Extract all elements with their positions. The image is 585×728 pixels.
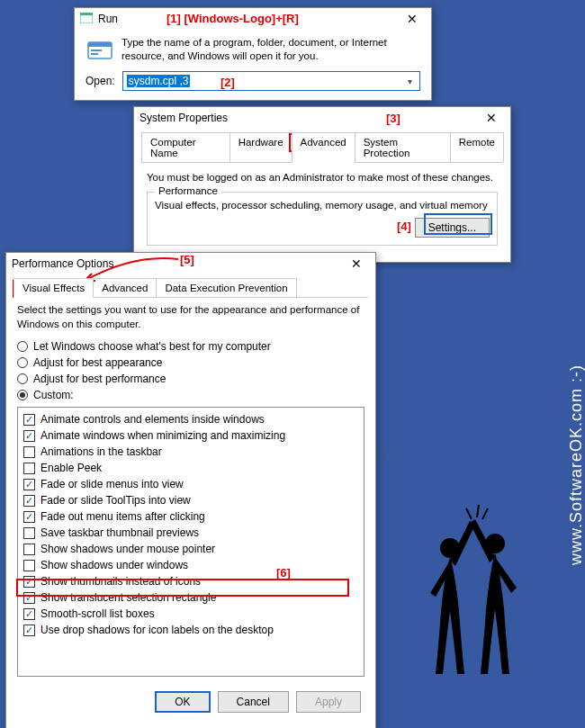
ok-button[interactable]: OK (155, 691, 210, 713)
check-option[interactable]: Smooth-scroll list boxes (22, 606, 360, 622)
checkbox-icon (23, 495, 35, 507)
radio-option[interactable]: Custom: (14, 387, 368, 403)
radio-label: Custom: (33, 389, 74, 401)
check-option[interactable]: Enable Peek (22, 460, 360, 476)
check-label: Show shadows under mouse pointer (40, 543, 215, 555)
run-dialog: Run ✕ Type the name of a program, folder… (74, 7, 432, 101)
sysprops-tab-system-protection[interactable]: System Protection (355, 132, 451, 162)
check-option[interactable]: Show shadows under windows (22, 557, 360, 573)
checkbox-icon (23, 463, 35, 474)
radio-option[interactable]: Adjust for best performance (14, 371, 368, 387)
performance-groupbox: Performance Visual effects, processor sc… (147, 192, 498, 246)
check-label: Show shadows under windows (40, 559, 188, 571)
close-icon[interactable]: ✕ (478, 111, 505, 125)
performance-group-desc: Visual effects, processor scheduling, me… (155, 200, 490, 211)
check-label: Use drop shadows for icon labels on the … (40, 624, 274, 636)
run-title: Run (98, 13, 399, 25)
radio-label: Adjust for best performance (33, 373, 166, 385)
run-input-value: sysdm.cpl ,3 (127, 75, 191, 87)
check-option[interactable]: Animate controls and elements inside win… (22, 411, 360, 427)
check-label: Animations in the taskbar (40, 445, 162, 458)
watermark-side: www.SoftwareOK.com :-) (567, 364, 586, 565)
close-icon[interactable]: ✕ (399, 12, 426, 26)
checkbox-icon (23, 511, 35, 523)
run-open-label: Open: (86, 75, 115, 87)
checkbox-icon (23, 527, 35, 539)
svg-rect-0 (80, 14, 93, 23)
check-option[interactable]: Fade or slide ToolTips into view (22, 492, 360, 508)
check-option[interactable]: Animations in the taskbar (22, 444, 360, 460)
checkbox-icon (23, 479, 35, 490)
check-option[interactable]: Fade out menu items after clicking (22, 508, 360, 525)
check-option[interactable]: Use drop shadows for icon labels on the … (22, 622, 360, 638)
check-label: Fade or slide menus into view (40, 478, 184, 490)
radio-icon (17, 373, 28, 384)
checkbox-icon (23, 430, 35, 442)
silhouette-figures (405, 494, 549, 701)
checkbox-icon (23, 592, 35, 604)
check-option[interactable]: Show translucent selection rectangle (22, 589, 360, 606)
checkbox-icon (23, 560, 35, 571)
check-option[interactable]: Show shadows under mouse pointer (22, 541, 360, 557)
run-description: Type the name of a program, folder, docu… (122, 36, 420, 63)
settings-button[interactable]: Settings... (415, 218, 490, 238)
sysprops-admin-note: You must be logged on as an Administrato… (147, 172, 498, 183)
sysprops-title: System Properties (140, 112, 478, 124)
run-titlebar: Run ✕ (75, 8, 431, 30)
close-icon[interactable]: ✕ (343, 256, 370, 271)
checkbox-icon (23, 414, 35, 426)
radio-icon (17, 357, 28, 368)
check-label: Smooth-scroll list boxes (40, 607, 155, 620)
perf-title: Performance Options (12, 257, 343, 270)
perf-description: Select the settings you want to use for … (14, 298, 368, 338)
svg-rect-1 (80, 13, 93, 15)
check-label: Enable Peek (40, 462, 102, 474)
perf-tabs: Visual EffectsAdvancedData Execution Pre… (14, 278, 368, 298)
checkbox-icon (23, 608, 35, 620)
check-label: Show translucent selection rectangle (40, 591, 216, 604)
check-label: Show thumbnails instead of icons (40, 575, 201, 588)
run-program-icon (86, 35, 114, 64)
radio-label: Let Windows choose what's best for my co… (33, 340, 271, 353)
perf-titlebar: Performance Options ✕ (6, 253, 375, 274)
sysprops-dialog: System Properties ✕ Computer NameHardwar… (133, 106, 511, 263)
check-option[interactable]: Fade or slide menus into view (22, 476, 360, 492)
perf-dialog: Performance Options ✕ Visual EffectsAdva… (5, 252, 376, 728)
visual-effects-checklist[interactable]: Animate controls and elements inside win… (17, 407, 364, 677)
radio-icon (17, 341, 28, 352)
performance-group-title: Performance (155, 185, 221, 196)
perf-tab-visual-effects[interactable]: Visual Effects (14, 278, 94, 298)
run-input[interactable]: sysdm.cpl ,3 ▾ (122, 71, 420, 91)
checkbox-icon (23, 544, 35, 555)
checkbox-icon (23, 576, 35, 588)
radio-option[interactable]: Adjust for best appearance (14, 355, 368, 371)
check-label: Save taskbar thumbnail previews (40, 526, 199, 539)
sysprops-tab-computer-name[interactable]: Computer Name (141, 132, 230, 162)
checkbox-icon (23, 625, 35, 636)
sysprops-tab-remote[interactable]: Remote (450, 132, 504, 162)
checkbox-icon (23, 446, 35, 458)
perf-tab-data-execution-prevention[interactable]: Data Execution Prevention (156, 278, 296, 297)
apply-button: Apply (296, 691, 361, 713)
chevron-down-icon[interactable]: ▾ (408, 76, 416, 86)
radio-option[interactable]: Let Windows choose what's best for my co… (14, 338, 368, 355)
check-label: Fade out menu items after clicking (40, 510, 205, 523)
check-label: Animate windows when minimizing and maxi… (40, 429, 285, 442)
check-label: Animate controls and elements inside win… (40, 413, 265, 426)
check-option[interactable]: Save taskbar thumbnail previews (22, 525, 360, 541)
sysprops-tab-advanced[interactable]: Advanced (292, 132, 356, 163)
perf-tab-advanced[interactable]: Advanced (93, 278, 157, 297)
cancel-button[interactable]: Cancel (218, 691, 289, 713)
radio-icon (17, 390, 28, 400)
check-option[interactable]: Show thumbnails instead of icons (22, 573, 360, 589)
run-icon-small (80, 13, 93, 26)
check-option[interactable]: Animate windows when minimizing and maxi… (22, 427, 360, 444)
sysprops-tabs: Computer NameHardwareAdvancedSystem Prot… (141, 132, 503, 163)
sysprops-titlebar: System Properties ✕ (134, 107, 510, 129)
svg-rect-3 (88, 42, 112, 47)
radio-label: Adjust for best appearance (33, 356, 162, 369)
svg-rect-4 (91, 49, 102, 51)
sysprops-tab-hardware[interactable]: Hardware (230, 132, 292, 162)
svg-rect-5 (91, 53, 98, 55)
check-label: Fade or slide ToolTips into view (40, 494, 191, 507)
